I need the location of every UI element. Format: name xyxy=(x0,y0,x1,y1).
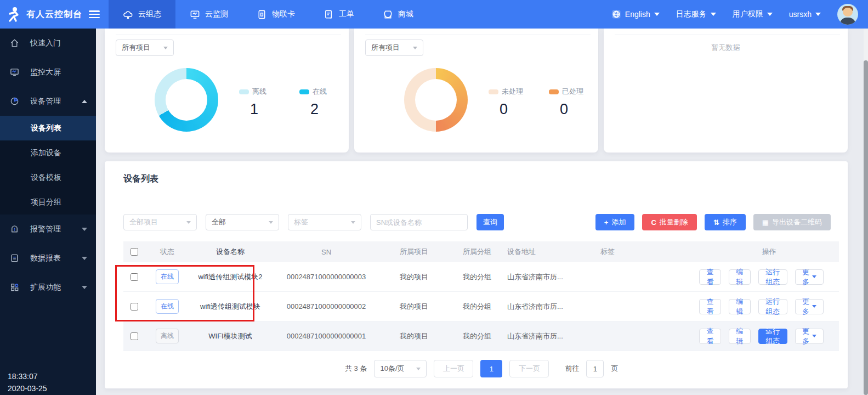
report-icon xyxy=(10,253,19,263)
add-button[interactable]: +添加 xyxy=(595,214,635,230)
sidebar-item-extensions[interactable]: 扩展功能 xyxy=(0,273,96,302)
sidebar-item-device-template[interactable]: 设备模板 xyxy=(0,165,96,190)
app-screen: 有人云控制台 云组态 云监测 xyxy=(0,0,868,395)
run-scada-button[interactable]: 运行组态 xyxy=(758,329,788,344)
legend-online: 在线 2 xyxy=(299,87,338,118)
device-project: 我的项目 xyxy=(381,302,447,312)
project-select[interactable]: 全部项目 xyxy=(123,214,197,230)
search-button[interactable]: 查询 xyxy=(476,214,504,230)
sort-icon: ⇅ xyxy=(713,218,719,227)
next-page-button[interactable]: 下一页 xyxy=(509,360,549,377)
chevron-down-icon xyxy=(82,257,87,260)
usr-logo-icon xyxy=(7,6,21,22)
row-checkbox[interactable] xyxy=(131,303,138,311)
tab-cloud-scada[interactable]: 云组态 xyxy=(109,0,175,29)
status-badge: 在线 xyxy=(156,269,179,284)
sidebar-item-device-management[interactable]: 设备管理 xyxy=(0,87,96,116)
scrollbar-thumb[interactable] xyxy=(864,60,868,395)
edit-button[interactable]: 编辑 xyxy=(729,269,751,285)
tab-cloud-monitor[interactable]: 云监测 xyxy=(175,0,242,29)
chevron-down-icon xyxy=(351,221,355,224)
home-icon xyxy=(10,38,19,48)
scope-select[interactable]: 全部 xyxy=(206,214,279,230)
toolbar: +添加 C批量删除 ⇅排序 ▦导出设备二维码 xyxy=(595,214,831,230)
sidebar-item-monitor-screen[interactable]: 监控大屏 xyxy=(0,58,96,87)
sort-button[interactable]: ⇅排序 xyxy=(705,214,746,230)
chevron-down-icon xyxy=(269,221,273,224)
goto-page-input[interactable] xyxy=(586,360,604,377)
view-button[interactable]: 查看 xyxy=(699,299,721,314)
more-button[interactable]: 更多 xyxy=(795,329,824,344)
page-number-button[interactable]: 1 xyxy=(480,360,502,377)
col-name: 设备名称 xyxy=(189,247,271,257)
sidebar-item-add-device[interactable]: 添加设备 xyxy=(0,140,96,165)
edit-button[interactable]: 编辑 xyxy=(729,299,751,314)
search-input[interactable] xyxy=(370,214,468,230)
no-data-text: 暂无数据 xyxy=(604,43,848,53)
sidebar-item-project-group[interactable]: 项目分组 xyxy=(0,190,96,215)
hamburger-menu-icon[interactable] xyxy=(89,10,100,18)
device-group: 我的分组 xyxy=(447,272,507,282)
export-qr-button[interactable]: ▦导出设备二维码 xyxy=(753,214,831,230)
chevron-down-icon xyxy=(416,368,421,370)
empty-data-card: 暂无数据 xyxy=(604,29,848,153)
log-service-menu[interactable]: 日志服务 xyxy=(676,9,716,19)
online-swatch xyxy=(299,89,309,94)
device-project: 我的项目 xyxy=(381,331,447,341)
chevron-down-icon xyxy=(812,275,816,278)
table-row: 在线 wifi透传组测试模块 00024871000000000002 我的项目… xyxy=(123,292,839,321)
tag-select[interactable]: 标签 xyxy=(288,214,361,230)
col-status: 状态 xyxy=(145,247,189,257)
unprocessed-swatch xyxy=(489,89,498,94)
sidebar-item-quick-start[interactable]: 快速入门 xyxy=(0,29,96,58)
edit-button[interactable]: 编辑 xyxy=(729,329,751,344)
alarm-status-card: 所有项目 未处理 0 已处理 0 xyxy=(354,29,598,153)
more-button[interactable]: 更多 xyxy=(795,299,824,314)
run-scada-button[interactable]: 运行组态 xyxy=(758,299,788,314)
unprocessed-count: 0 xyxy=(500,101,527,118)
language-menu[interactable]: English xyxy=(611,9,660,19)
view-button[interactable]: 查看 xyxy=(699,269,721,285)
sidebar-item-alarm-management[interactable]: 报警管理 xyxy=(0,215,96,244)
project-filter-select[interactable]: 所有项目 xyxy=(116,40,174,56)
page-unit: 页 xyxy=(611,364,618,374)
qr-code-icon: ▦ xyxy=(762,218,769,227)
sidebar-item-data-report[interactable]: 数据报表 xyxy=(0,244,96,273)
batch-delete-button[interactable]: C批量删除 xyxy=(642,214,696,230)
brand-title: 有人云控制台 xyxy=(26,9,82,20)
navbar-right: English 日志服务 用户权限 usrsxh xyxy=(611,0,868,29)
user-permission-menu[interactable]: 用户权限 xyxy=(733,9,773,19)
user-avatar[interactable] xyxy=(837,4,858,25)
sidebar-clock: 18:33:07 2020-03-25 xyxy=(8,370,47,394)
legend-offline: 离线 1 xyxy=(239,87,277,118)
prev-page-button[interactable]: 上一页 xyxy=(434,360,473,377)
globe-icon xyxy=(611,9,621,19)
chevron-down-icon xyxy=(711,13,716,16)
device-name: WIFI模块测试 xyxy=(189,331,271,341)
run-scada-button[interactable]: 运行组态 xyxy=(758,269,788,285)
plus-icon: + xyxy=(604,218,609,227)
view-button[interactable]: 查看 xyxy=(699,329,721,344)
page-size-select[interactable]: 10条/页 xyxy=(374,360,427,377)
more-button[interactable]: 更多 xyxy=(795,269,824,285)
table-row: 离线 WIFI模块测试 00024871000000000001 我的项目 我的… xyxy=(123,321,839,351)
chevron-down-icon xyxy=(186,221,191,224)
filter-bar: 全部项目 全部 标签 查询 xyxy=(123,214,504,230)
device-management-icon xyxy=(10,97,19,106)
col-actions: 操作 xyxy=(699,247,839,257)
row-checkbox[interactable] xyxy=(131,273,138,281)
sidebar-item-device-list[interactable]: 设备列表 xyxy=(0,116,96,140)
chevron-down-icon xyxy=(812,305,816,308)
select-all-checkbox[interactable] xyxy=(131,248,138,256)
big-screen-icon xyxy=(10,67,19,77)
tab-work-order[interactable]: 工单 xyxy=(309,0,368,29)
device-table: 状态 设备名称 SN 所属项目 所属分组 设备地址 标签 操作 在线 wifi透… xyxy=(123,241,839,351)
username-menu[interactable]: usrsxh xyxy=(789,10,821,19)
page-scrollbar[interactable] xyxy=(864,29,868,395)
tab-iot-card[interactable]: 物联卡 xyxy=(242,0,309,29)
project-filter-select[interactable]: 所有项目 xyxy=(365,40,423,56)
row-checkbox[interactable] xyxy=(131,332,138,340)
device-address: 山东省济南市历... xyxy=(507,302,600,312)
chevron-down-icon xyxy=(163,47,168,49)
tab-mall[interactable]: 商城 xyxy=(368,0,428,29)
